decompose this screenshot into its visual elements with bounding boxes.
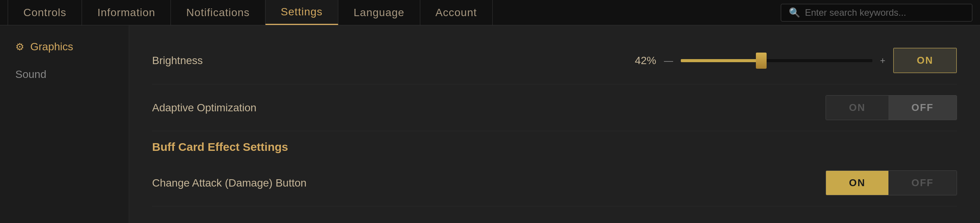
brightness-track[interactable] <box>681 59 872 62</box>
brightness-row: Brightness 42% — + ON <box>152 37 957 84</box>
brightness-on-button[interactable]: ON <box>893 48 957 73</box>
brightness-thumb[interactable] <box>756 53 767 69</box>
tab-account[interactable]: Account <box>420 0 493 25</box>
search-icon: 🔍 <box>789 7 800 18</box>
adaptive-optimization-on-button[interactable]: ON <box>826 96 888 120</box>
brightness-value: 42% <box>626 55 656 67</box>
tab-information[interactable]: Information <box>82 0 171 25</box>
sidebar-label-graphics: Graphics <box>30 41 73 53</box>
brightness-fill <box>681 59 761 62</box>
change-attack-label: Change Attack (Damage) Button <box>152 177 306 189</box>
buff-card-section-header: Buff Card Effect Settings <box>152 131 957 160</box>
sidebar-item-graphics[interactable]: ⚙ Graphics <box>0 33 129 61</box>
sidebar: ⚙ Graphics Sound <box>0 25 129 223</box>
tab-controls[interactable]: Controls <box>8 0 82 25</box>
main-layout: ⚙ Graphics Sound Brightness 42% — + <box>0 25 980 223</box>
adaptive-optimization-toggle-group: ON OFF <box>826 95 957 120</box>
adaptive-optimization-label: Adaptive Optimization <box>152 102 305 114</box>
change-attack-toggle-group: ON OFF <box>826 170 957 195</box>
brightness-controls: 42% — + ON <box>626 48 957 73</box>
brightness-slider-container: 42% — + <box>626 55 885 67</box>
brightness-increase-icon[interactable]: + <box>880 55 885 66</box>
adaptive-optimization-controls: ON OFF <box>826 95 957 120</box>
change-attack-row: Change Attack (Damage) Button ON OFF <box>152 160 957 206</box>
content-area: Brightness 42% — + ON Adaptive Optimizat <box>129 25 980 223</box>
brightness-toggle-group: ON <box>893 48 957 73</box>
search-area: 🔍 <box>781 4 972 21</box>
top-navigation: Controls Information Notifications Setti… <box>0 0 980 25</box>
change-attack-controls: ON OFF <box>826 170 957 195</box>
sidebar-label-sound: Sound <box>15 68 46 81</box>
tab-language[interactable]: Language <box>338 0 420 25</box>
adaptive-optimization-off-button[interactable]: OFF <box>888 96 957 120</box>
brightness-decrease-icon[interactable]: — <box>664 55 673 66</box>
tab-settings[interactable]: Settings <box>265 0 338 25</box>
adaptive-optimization-row: Adaptive Optimization ON OFF <box>152 84 957 131</box>
search-input[interactable] <box>805 7 964 18</box>
graphics-icon: ⚙ <box>15 41 24 53</box>
brightness-label: Brightness <box>152 55 305 67</box>
tab-notifications[interactable]: Notifications <box>171 0 265 25</box>
change-attack-on-button[interactable]: ON <box>826 171 888 195</box>
change-attack-off-button[interactable]: OFF <box>888 171 957 195</box>
sidebar-item-sound[interactable]: Sound <box>0 61 129 88</box>
